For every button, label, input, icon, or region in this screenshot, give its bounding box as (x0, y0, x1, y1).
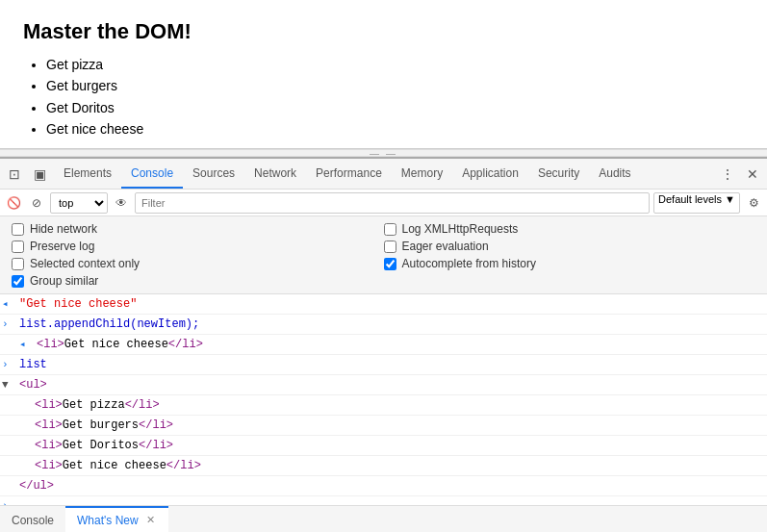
console-line: ◂ <li>Get nice cheese</li> (0, 335, 767, 355)
close-devtools-button[interactable]: ✕ (742, 164, 763, 185)
preview-title: Master the DOM! (23, 19, 744, 44)
log-xmlhttprequests-label: Log XMLHttpRequests (402, 222, 519, 236)
devtools-tabs: Elements Console Sources Network Perform… (54, 159, 713, 189)
tab-network[interactable]: Network (244, 159, 306, 189)
tab-application[interactable]: Application (452, 159, 528, 189)
tab-elements[interactable]: Elements (54, 159, 121, 189)
bottom-tab-console-label: Console (12, 514, 54, 527)
block-requests-button[interactable]: ⊘ (27, 193, 46, 213)
console-line: <li>Get pizza</li> (0, 395, 767, 416)
list-item: Get Doritos (46, 97, 744, 118)
console-output[interactable]: ◂ "Get nice cheese" › list.appendChild(n… (0, 294, 767, 505)
device-icon[interactable]: ▣ (29, 164, 50, 185)
hide-network-label: Hide network (30, 222, 97, 236)
filter-input[interactable] (135, 192, 650, 214)
resize-handle[interactable]: — — (0, 149, 767, 157)
devtools-panel: ⊡ ▣ Elements Console Sources Network Per… (0, 157, 767, 532)
console-code: list.appendChild(newItem); (19, 316, 199, 333)
default-levels-dropdown[interactable]: Default levels ▼ (653, 192, 740, 214)
console-line: <li>Get burgers</li> (0, 416, 767, 436)
list-item: Get nice cheese (46, 118, 744, 139)
setting-log-xmlhttprequests: Log XMLHttpRequests (384, 222, 756, 236)
group-similar-checkbox[interactable] (12, 275, 24, 288)
console-line: <li>Get Doritos</li> (0, 436, 767, 456)
settings-col-left: Hide network Preserve log Selected conte… (12, 222, 384, 288)
autocomplete-history-checkbox[interactable] (384, 258, 396, 270)
context-select[interactable]: top (50, 192, 108, 214)
more-options-icon[interactable]: ⋮ (717, 164, 738, 185)
console-line: ▼ <ul> (0, 375, 767, 395)
tab-console[interactable]: Console (121, 159, 183, 189)
console-line: <li>Get nice cheese</li> (0, 456, 767, 476)
tab-memory[interactable]: Memory (392, 159, 452, 189)
console-tag: <li>Get nice cheese</li> (37, 336, 203, 353)
setting-preserve-log: Preserve log (12, 240, 384, 253)
bottom-tab-console[interactable]: Console (0, 506, 65, 532)
console-toolbar: 🚫 ⊘ top 👁 Default levels ▼ ⚙ (0, 190, 767, 216)
list-item: Get burgers (46, 75, 744, 96)
close-whats-new-button[interactable]: ✕ (144, 515, 157, 525)
settings-icon[interactable]: ⚙ (744, 193, 763, 213)
tab-security[interactable]: Security (528, 159, 589, 189)
selected-context-checkbox[interactable] (12, 258, 24, 270)
bottom-tab-whats-new-label: What's New (77, 514, 139, 527)
console-tag: </ul> (19, 477, 54, 494)
eager-evaluation-checkbox[interactable] (384, 241, 396, 253)
output-arrow: ◂ (2, 295, 15, 313)
tab-sources[interactable]: Sources (183, 159, 244, 189)
console-input-line[interactable]: › (0, 496, 767, 505)
eager-evaluation-label: Eager evaluation (402, 240, 489, 253)
console-line: › list (0, 355, 767, 375)
browser-preview: Master the DOM! Get pizza Get burgers Ge… (0, 0, 767, 149)
preserve-log-label: Preserve log (30, 240, 94, 253)
settings-panel: Hide network Preserve log Selected conte… (0, 216, 767, 294)
setting-group-similar: Group similar (12, 274, 384, 288)
tab-performance[interactable]: Performance (306, 159, 392, 189)
devtools-toolbar-end: ⋮ ✕ (717, 164, 763, 185)
expand-arrow[interactable]: ▼ (2, 376, 15, 393)
console-value: "Get nice cheese" (19, 295, 137, 313)
setting-selected-context: Selected context only (12, 257, 384, 270)
devtools-icons: ⊡ ▣ (4, 164, 50, 185)
clear-console-button[interactable]: 🚫 (4, 193, 23, 213)
input-arrow: › (2, 356, 15, 373)
cursor-icon[interactable]: ⊡ (4, 164, 25, 185)
console-tag: <li>Get Doritos</li> (35, 437, 173, 454)
console-tag: <ul> (19, 376, 47, 393)
console-line: </ul> (0, 476, 767, 496)
eye-icon[interactable]: 👁 (112, 193, 131, 213)
setting-eager-evaluation: Eager evaluation (384, 240, 756, 253)
bottom-bar: Console What's New ✕ (0, 505, 767, 532)
tab-audits[interactable]: Audits (589, 159, 640, 189)
prompt-arrow: › (2, 497, 15, 505)
console-tag: <li>Get nice cheese</li> (35, 457, 201, 474)
preview-list: Get pizza Get burgers Get Doritos Get ni… (46, 54, 744, 140)
settings-col-right: Log XMLHttpRequests Eager evaluation Aut… (384, 222, 756, 288)
input-arrow: › (2, 316, 15, 333)
preserve-log-checkbox[interactable] (12, 241, 24, 253)
output-arrow: ◂ (19, 336, 33, 353)
setting-hide-network: Hide network (12, 222, 384, 236)
console-line: ◂ "Get nice cheese" (0, 294, 767, 315)
devtools-tabbar: ⊡ ▣ Elements Console Sources Network Per… (0, 159, 767, 190)
autocomplete-history-label: Autocomplete from history (402, 257, 536, 270)
setting-autocomplete-history: Autocomplete from history (384, 257, 756, 270)
console-tag: <li>Get pizza</li> (35, 396, 160, 414)
bottom-tab-whats-new[interactable]: What's New ✕ (65, 506, 168, 532)
log-xmlhttprequests-checkbox[interactable] (384, 223, 396, 236)
list-item: Get pizza (46, 54, 744, 75)
group-similar-label: Group similar (30, 274, 98, 288)
hide-network-checkbox[interactable] (12, 223, 24, 236)
console-line: › list.appendChild(newItem); (0, 315, 767, 335)
resize-dots: — — (370, 148, 397, 159)
console-code: list (19, 356, 47, 373)
selected-context-label: Selected context only (30, 257, 140, 270)
console-tag: <li>Get burgers</li> (35, 417, 173, 434)
